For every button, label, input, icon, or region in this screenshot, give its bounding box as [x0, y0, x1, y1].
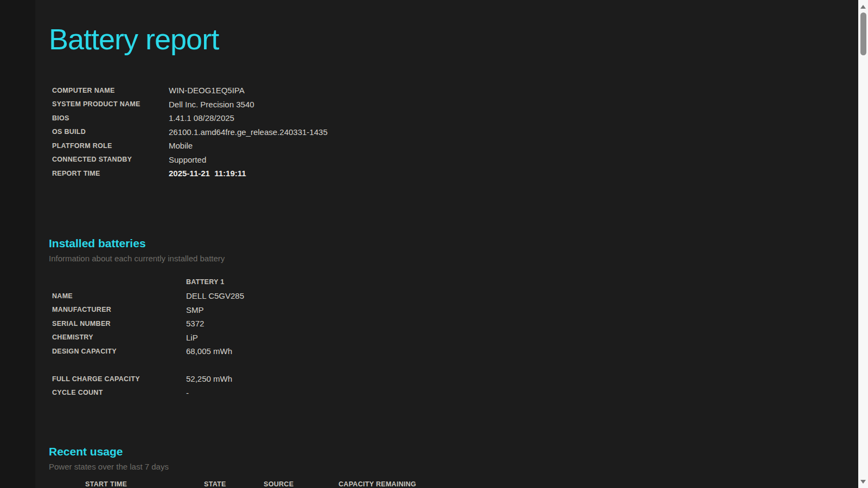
table-row: SYSTEM PRODUCT NAME Dell Inc. Precision …	[52, 98, 328, 112]
info-value: WIN-DEOG1EQ5IPA	[169, 84, 328, 98]
battery-label: SERIAL NUMBER	[52, 317, 186, 331]
recent-usage-section: Recent usage Power states over the last …	[49, 444, 846, 488]
battery-column-header: BATTERY 1	[186, 275, 244, 290]
report-time-value: 2025-11-21 11:19:11	[169, 166, 328, 181]
usage-header-source: SOURCE	[264, 480, 339, 488]
battery-value: SMP	[186, 303, 244, 317]
info-label: REPORT TIME	[52, 166, 169, 181]
info-label: SYSTEM PRODUCT NAME	[52, 98, 169, 112]
usage-header-capacity-remaining: CAPACITY REMAINING	[339, 480, 416, 488]
info-label: PLATFORM ROLE	[52, 139, 169, 153]
table-row: COMPUTER NAME WIN-DEOG1EQ5IPA	[52, 84, 328, 98]
battery-value: 68,005 mWh	[186, 344, 244, 358]
info-label: CONNECTED STANDBY	[52, 153, 169, 167]
scroll-down-icon[interactable]	[860, 480, 866, 484]
table-row: REPORT TIME 2025-11-21 11:19:11	[52, 166, 328, 181]
info-value: 26100.1.amd64fre.ge_release.240331-1435	[169, 125, 328, 139]
table-row: NAME DELL C5GV285	[52, 289, 244, 303]
battery-label: CHEMISTRY	[52, 331, 186, 345]
battery-details-table: BATTERY 1 NAME DELL C5GV285 MANUFACTURER…	[52, 275, 244, 400]
installed-batteries-subtitle: Information about each currently install…	[49, 253, 846, 265]
table-row: SERIAL NUMBER 5372	[52, 317, 244, 331]
battery-label: MANUFACTURER	[52, 303, 186, 317]
table-row: DESIGN CAPACITY 68,005 mWh	[52, 344, 244, 358]
usage-table-header: START TIME STATE SOURCE CAPACITY REMAINI…	[49, 480, 846, 488]
page-title: Battery report	[49, 21, 846, 57]
table-row: FULL CHARGE CAPACITY 52,250 mWh	[52, 372, 244, 386]
battery-label: NAME	[52, 289, 186, 303]
battery-value: DELL C5GV285	[186, 289, 244, 303]
battery-label: CYCLE COUNT	[52, 386, 186, 400]
info-value: Mobile	[169, 139, 328, 153]
info-value: Supported	[169, 153, 328, 167]
usage-header-state: STATE	[204, 480, 264, 488]
info-label: BIOS	[52, 111, 169, 125]
installed-batteries-section: Installed batteries Information about ea…	[49, 236, 846, 400]
info-value: 1.41.1 08/28/2025	[169, 111, 328, 125]
battery-value: 52,250 mWh	[186, 372, 244, 386]
installed-batteries-title: Installed batteries	[49, 236, 846, 251]
table-row: PLATFORM ROLE Mobile	[52, 139, 328, 153]
table-row: CHEMISTRY LiP	[52, 331, 244, 345]
battery-label-spacer	[52, 275, 186, 290]
table-row: CONNECTED STANDBY Supported	[52, 153, 328, 167]
table-row: MANUFACTURER SMP	[52, 303, 244, 317]
battery-label: FULL CHARGE CAPACITY	[52, 372, 186, 386]
recent-usage-title: Recent usage	[49, 444, 846, 459]
scroll-up-icon[interactable]	[860, 5, 866, 9]
info-value: Dell Inc. Precision 3540	[169, 98, 328, 112]
info-label: OS BUILD	[52, 125, 169, 139]
usage-header-start-time: START TIME	[49, 480, 204, 488]
table-row: CYCLE COUNT -	[52, 386, 244, 400]
system-info-table: COMPUTER NAME WIN-DEOG1EQ5IPA SYSTEM PRO…	[52, 84, 328, 181]
table-spacer-row	[52, 358, 244, 373]
battery-value: LiP	[186, 331, 244, 345]
vertical-scrollbar[interactable]	[858, 0, 868, 488]
recent-usage-subtitle: Power states over the last 7 days	[49, 461, 846, 473]
table-row: OS BUILD 26100.1.amd64fre.ge_release.240…	[52, 125, 328, 139]
table-row: BIOS 1.41.1 08/28/2025	[52, 111, 328, 125]
table-row: BATTERY 1	[52, 275, 244, 290]
battery-value: -	[186, 386, 244, 400]
battery-label: DESIGN CAPACITY	[52, 344, 186, 358]
scrollbar-thumb[interactable]	[860, 12, 866, 55]
battery-value: 5372	[186, 317, 244, 331]
info-label: COMPUTER NAME	[52, 84, 169, 98]
battery-report-page: Battery report COMPUTER NAME WIN-DEOG1EQ…	[35, 0, 868, 488]
